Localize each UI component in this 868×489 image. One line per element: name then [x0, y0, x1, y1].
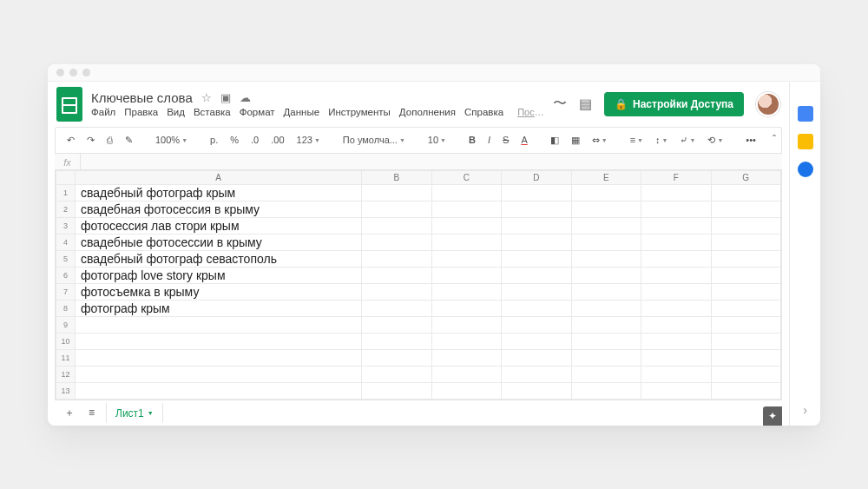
fill-color-button[interactable]: ◧: [548, 133, 562, 148]
row-header[interactable]: 8: [56, 300, 76, 316]
table-row[interactable]: 11: [56, 349, 781, 366]
cell[interactable]: [711, 283, 781, 300]
comments-icon[interactable]: ▤: [579, 96, 592, 112]
bold-button[interactable]: B: [466, 133, 478, 147]
format-percent[interactable]: %: [227, 133, 241, 147]
menu-view[interactable]: Вид: [167, 107, 185, 117]
zoom-select[interactable]: 100% ▼: [153, 133, 190, 147]
cell[interactable]: [502, 250, 572, 267]
cell[interactable]: [362, 300, 432, 316]
merge-button[interactable]: ⇔ ▼: [589, 133, 610, 148]
menu-tools[interactable]: Инструменты: [328, 107, 391, 117]
cell[interactable]: [571, 250, 641, 267]
cell[interactable]: [362, 316, 432, 333]
cell[interactable]: [641, 366, 712, 382]
row-header[interactable]: 12: [56, 366, 76, 382]
row-header[interactable]: 11: [56, 349, 76, 366]
table-row[interactable]: 13: [56, 382, 781, 399]
cell[interactable]: [431, 382, 502, 399]
explore-button[interactable]: ✦: [763, 406, 782, 426]
star-icon[interactable]: ☆: [201, 91, 212, 104]
table-row[interactable]: 10: [56, 333, 781, 349]
increase-decimal[interactable]: .00: [268, 133, 286, 147]
move-folder-icon[interactable]: ▣: [220, 91, 231, 104]
cell[interactable]: [641, 267, 712, 283]
cell[interactable]: [362, 283, 432, 300]
more-tools[interactable]: •••: [743, 133, 759, 147]
cell[interactable]: [431, 234, 502, 250]
cell[interactable]: [711, 234, 781, 250]
collapse-toolbar-icon[interactable]: ˆ: [773, 134, 776, 146]
table-row[interactable]: 5свадебный фотограф севастополь: [56, 250, 781, 267]
cell[interactable]: [641, 234, 712, 250]
table-row[interactable]: 4свадебные фотосессии в крыму: [56, 234, 781, 250]
cell[interactable]: [641, 349, 712, 366]
cell[interactable]: [711, 333, 781, 349]
borders-button[interactable]: ▦: [569, 133, 582, 148]
sheet-tab-1[interactable]: Лист1 ▼: [106, 402, 163, 423]
cell[interactable]: фотограф love story крым: [76, 267, 362, 283]
table-row[interactable]: 9: [56, 316, 781, 333]
cell[interactable]: [641, 250, 712, 267]
cell[interactable]: [431, 250, 502, 267]
menu-file[interactable]: Файл: [91, 107, 115, 117]
cell[interactable]: [362, 234, 432, 250]
row-header[interactable]: 13: [56, 382, 76, 399]
cell[interactable]: фотограф крым: [76, 300, 362, 316]
cell[interactable]: [431, 366, 502, 382]
cell[interactable]: [502, 382, 572, 399]
table-row[interactable]: 1свадебный фотограф крым: [56, 184, 781, 201]
wrap-button[interactable]: ⤶ ▼: [677, 133, 698, 148]
cell[interactable]: [571, 333, 641, 349]
col-header-G[interactable]: G: [711, 170, 781, 184]
doc-title[interactable]: Ключевые слова: [91, 90, 193, 105]
cell[interactable]: [502, 201, 572, 217]
cell[interactable]: [711, 184, 781, 201]
cell[interactable]: [711, 267, 781, 283]
menu-format[interactable]: Формат: [240, 107, 275, 117]
cell[interactable]: [362, 382, 432, 399]
undo-icon[interactable]: ↶: [64, 133, 77, 148]
number-format[interactable]: 123 ▼: [294, 133, 323, 147]
cell[interactable]: [362, 333, 432, 349]
cell[interactable]: [571, 349, 641, 366]
cell[interactable]: [431, 349, 502, 366]
cell[interactable]: [641, 184, 712, 201]
cell[interactable]: [711, 201, 781, 217]
rotate-button[interactable]: ⟲ ▼: [705, 133, 726, 148]
cell[interactable]: [571, 316, 641, 333]
close-dot[interactable]: [56, 69, 64, 76]
cell[interactable]: фотосъемка в крыму: [76, 283, 362, 300]
font-select[interactable]: По умолча... ▼: [340, 133, 408, 147]
halign-button[interactable]: ≡ ▼: [628, 133, 646, 147]
cell[interactable]: [431, 184, 502, 201]
cell[interactable]: [502, 267, 572, 283]
cell[interactable]: [502, 316, 572, 333]
cell[interactable]: [502, 217, 572, 234]
cell[interactable]: [362, 349, 432, 366]
cell[interactable]: [711, 217, 781, 234]
user-avatar[interactable]: [756, 92, 780, 116]
valign-button[interactable]: ↕ ▼: [653, 133, 670, 147]
table-row[interactable]: 12: [56, 366, 781, 382]
cell[interactable]: свадебный фотограф севастополь: [76, 250, 362, 267]
cell[interactable]: [362, 184, 432, 201]
cell[interactable]: [641, 382, 712, 399]
table-row[interactable]: 3фотосессия лав стори крым: [56, 217, 781, 234]
cell[interactable]: [711, 316, 781, 333]
share-button[interactable]: 🔒 Настройки Доступа: [604, 92, 744, 116]
row-header[interactable]: 4: [56, 234, 76, 250]
cell[interactable]: [362, 366, 432, 382]
cell[interactable]: [502, 366, 572, 382]
hide-sidepanel-icon[interactable]: ›: [803, 403, 807, 417]
cell[interactable]: свадебный фотограф крым: [76, 184, 362, 201]
col-header-C[interactable]: C: [431, 170, 502, 184]
col-header-F[interactable]: F: [641, 170, 712, 184]
cell[interactable]: [76, 366, 362, 382]
paint-format-icon[interactable]: ✎: [122, 133, 135, 148]
cell[interactable]: [76, 382, 362, 399]
cell[interactable]: [76, 316, 362, 333]
col-header-A[interactable]: A: [76, 170, 362, 184]
cell[interactable]: [571, 234, 641, 250]
cell[interactable]: [76, 349, 362, 366]
